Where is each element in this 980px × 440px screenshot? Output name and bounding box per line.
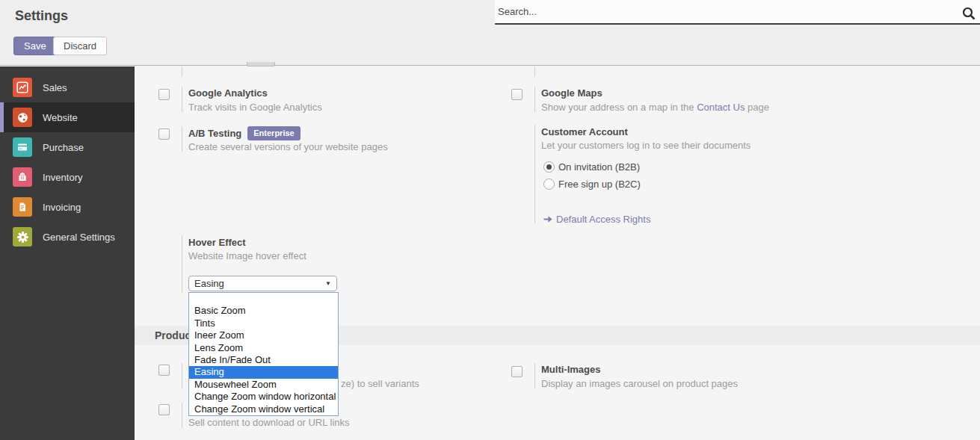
hover-effect-select[interactable]: Easing ▼ — [188, 276, 337, 291]
ab-testing-checkbox[interactable] — [158, 128, 170, 140]
divider — [182, 363, 182, 388]
divider — [534, 125, 535, 223]
sidebar-item-general-settings[interactable]: General Settings — [0, 222, 135, 252]
divider — [534, 363, 535, 388]
dropdown-option-basic-zoom[interactable]: Basic Zoom — [189, 305, 338, 317]
radio-on-invitation-b2b[interactable] — [543, 161, 555, 173]
hover-effect-title: Hover Effect — [188, 237, 246, 248]
multi-images-title: Multi-Images — [541, 364, 600, 375]
dropdown-option-mousewheel-zoom[interactable]: Mousewheel Zoom — [189, 379, 338, 391]
dropdown-option-fade[interactable]: Fade In/Fade Out — [189, 354, 338, 366]
dropdown-option-lens-zoom[interactable]: Lens Zoom — [189, 342, 338, 354]
sidebar-item-website[interactable]: Website — [0, 102, 135, 132]
enterprise-badge: Enterprise — [247, 126, 300, 140]
website-globe-icon — [13, 108, 32, 127]
dropdown-option-ineer-zoom[interactable]: Ineer Zoom — [189, 329, 338, 341]
multi-images-desc: Display an images carousel on product pa… — [541, 378, 738, 389]
google-maps-checkbox[interactable] — [511, 89, 523, 100]
dropdown-option-easing-selected[interactable]: Easing — [189, 366, 338, 378]
dropdown-option-blank[interactable] — [189, 293, 338, 305]
google-analytics-title: Google Analytics — [188, 87, 268, 99]
sidebar-item-label: General Settings — [43, 232, 115, 243]
discard-button[interactable]: Discard — [53, 37, 107, 55]
page-title: Settings — [15, 8, 68, 24]
google-maps-desc: Show your address on a map in the Contac… — [541, 102, 769, 113]
divider — [182, 87, 182, 112]
digital-content-desc: Sell content to download or URL links — [188, 417, 350, 428]
radio-label-b2b[interactable]: On invitation (B2B) — [558, 161, 640, 173]
inventory-building-icon — [13, 167, 32, 187]
gear-icon — [13, 227, 32, 247]
divider — [534, 66, 535, 77]
divider — [182, 235, 182, 293]
sales-chart-icon — [13, 78, 32, 97]
divider — [182, 403, 182, 428]
divider — [182, 126, 182, 152]
divider — [534, 87, 535, 112]
chevron-down-icon: ▼ — [325, 280, 336, 287]
radio-label-b2c[interactable]: Free sign up (B2C) — [558, 179, 641, 190]
sidebar-item-label: Inventory — [43, 172, 82, 183]
contact-us-link[interactable]: Contact Us — [697, 102, 745, 113]
google-analytics-checkbox[interactable] — [158, 89, 170, 100]
arrow-right-icon — [543, 214, 553, 224]
invoicing-document-icon — [13, 197, 32, 217]
google-analytics-desc: Track visits in Google Analytics — [188, 102, 322, 113]
sidebar-item-label: Website — [43, 112, 78, 123]
sidebar-item-inventory[interactable]: Inventory — [0, 162, 135, 192]
sidebar-item-invoicing[interactable]: Invoicing — [0, 192, 135, 222]
variants-checkbox[interactable] — [158, 365, 170, 376]
hover-effect-dropdown-list: Basic Zoom Tints Ineer Zoom Lens Zoom Fa… — [188, 292, 339, 416]
dropdown-option-change-zoom-horizontal[interactable]: Change Zoom window horizontal — [189, 391, 338, 403]
default-access-rights-link[interactable]: Default Access Rights — [556, 214, 650, 225]
divider — [182, 66, 182, 77]
hover-effect-desc: Website Image hover effect — [188, 250, 306, 261]
sidebar-item-sales[interactable]: Sales — [0, 72, 135, 102]
customer-account-title: Customer Account — [541, 126, 628, 137]
search-icon[interactable] — [961, 6, 976, 21]
radio-free-signup-b2c[interactable] — [543, 179, 555, 190]
sidebar-item-label: Invoicing — [43, 202, 81, 213]
multi-images-checkbox[interactable] — [511, 366, 523, 377]
search-input[interactable] — [495, 0, 980, 25]
variants-desc-fragment: ze) to sell variants — [341, 378, 419, 389]
dropdown-option-change-zoom-vertical[interactable]: Change Zoom window vertical — [189, 403, 338, 415]
google-maps-title: Google Maps — [541, 87, 603, 99]
ab-testing-desc: Create several versions of your website … — [188, 141, 388, 152]
ab-testing-title-row: A/B TestingEnterprise — [188, 126, 301, 140]
digital-content-checkbox[interactable] — [158, 404, 170, 415]
sidebar-item-label: Purchase — [43, 142, 84, 153]
clipped-element-remainder — [247, 62, 275, 66]
customer-account-desc: Let your customers log in to see their d… — [541, 140, 751, 151]
sidebar-item-purchase[interactable]: Purchase — [0, 132, 135, 162]
sidebar-item-label: Sales — [43, 82, 67, 93]
dropdown-option-tints[interactable]: Tints — [189, 317, 338, 329]
purchase-card-icon — [13, 137, 32, 157]
save-button[interactable]: Save — [13, 37, 57, 55]
